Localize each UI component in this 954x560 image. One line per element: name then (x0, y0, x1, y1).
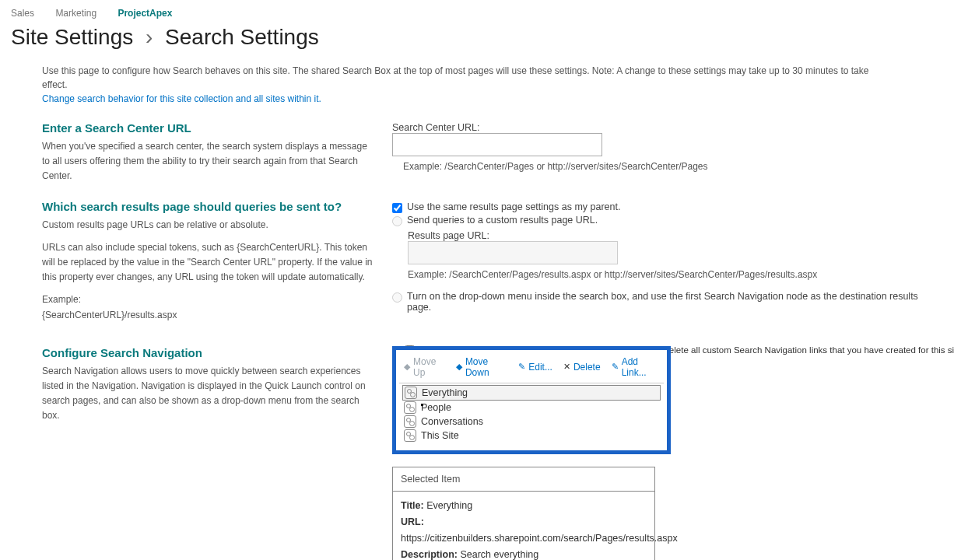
link-icon (404, 429, 416, 442)
custom-results-radio[interactable] (392, 216, 402, 226)
breadcrumb-item[interactable]: Marketing (55, 8, 96, 19)
selected-url-value: https://citizenbuilders.sharepoint.com/s… (401, 533, 678, 544)
use-parent-results-checkbox[interactable] (392, 203, 402, 213)
page-title: Site Settings › Search Settings (11, 25, 943, 50)
link-icon (404, 415, 416, 428)
use-parent-results-label: Use the same results page settings as my… (407, 201, 620, 212)
nav-item-label: Conversations (421, 416, 483, 427)
nav-toolbar: ◆Move Up ◆Move Down ✎Edit... ✕Delete ✎Ad… (399, 353, 664, 381)
nav-item-label: This Site (421, 430, 459, 441)
change-behavior-link[interactable]: Change search behavior for this site col… (42, 93, 321, 104)
breadcrumb-item[interactable]: Sales (11, 8, 34, 19)
move-up-button[interactable]: ◆Move Up (404, 356, 445, 378)
nav-item-label: Everything (422, 387, 468, 398)
nav-item-conversations[interactable]: Conversations (402, 415, 661, 429)
title-separator-icon: › (146, 25, 153, 49)
breadcrumb: Sales Marketing ProjectApex (11, 8, 943, 22)
edit-button[interactable]: ✎Edit... (518, 362, 552, 373)
nav-item-people[interactable]: People (402, 401, 661, 415)
section-desc-search-center: When you've specified a search center, t… (42, 139, 377, 184)
results-desc-1: Custom results page URLs can be relative… (42, 218, 377, 233)
custom-results-label: Send queries to a custom results page UR… (407, 215, 598, 226)
results-page-url-input[interactable] (408, 241, 618, 264)
search-center-url-example: Example: /SearchCenter/Pages or http://s… (403, 161, 943, 172)
selected-desc-value: Search everything (460, 549, 538, 560)
search-center-url-label: Search Center URL: (392, 122, 480, 133)
section-heading-results-page: Which search results page should queries… (42, 200, 377, 213)
section-heading-search-center: Enter a Search Center URL (42, 121, 377, 135)
add-link-icon: ✎ (612, 362, 619, 372)
page-title-part2: Search Settings (165, 25, 319, 49)
delete-button[interactable]: ✕Delete (563, 362, 601, 373)
results-desc-2: URLs can also include special tokens, su… (42, 240, 377, 285)
intro-text-body: Use this page to configure how Search be… (42, 65, 868, 90)
breadcrumb-item-active[interactable]: ProjectApex (117, 8, 172, 19)
nav-editor-highlight: ◆Move Up ◆Move Down ✎Edit... ✕Delete ✎Ad… (392, 346, 671, 454)
link-icon (404, 401, 416, 414)
selected-item-panel: Selected Item Title: Everything URL:http… (392, 467, 655, 560)
dropdown-results-label: Turn on the drop-down menu inside the se… (407, 291, 943, 313)
intro-text: Use this page to configure how Search be… (42, 64, 882, 106)
selected-url-label: URL: (401, 516, 424, 527)
selected-title-value: Everything (426, 500, 472, 511)
section-heading-nav: Configure Search Navigation (42, 346, 377, 359)
results-page-url-example: Example: /SearchCenter/Pages/results.asp… (408, 269, 943, 280)
search-center-url-input[interactable] (392, 133, 602, 156)
selected-title-label: Title: (401, 500, 424, 511)
results-page-url-label: Results page URL: (408, 230, 489, 241)
dropdown-results-radio[interactable] (392, 292, 402, 303)
nav-item-everything[interactable]: Everything (402, 385, 661, 401)
nav-item-this-site[interactable]: This Site (402, 429, 661, 443)
nav-item-label: People (421, 402, 451, 413)
results-desc-3b: {SearchCenterURL}/results.aspx (42, 310, 177, 320)
section-desc-nav: Search Navigation allows users to move q… (42, 364, 377, 424)
arrow-up-icon: ◆ (404, 362, 410, 372)
link-icon (405, 387, 417, 399)
results-desc-3a: Example: (42, 294, 81, 305)
page-title-part1: Site Settings (11, 25, 133, 49)
edit-icon: ✎ (518, 362, 525, 372)
nav-list: Everything People Conversations This Sit… (399, 383, 664, 447)
selected-desc-label: Description: (401, 549, 458, 560)
arrow-down-icon: ◆ (456, 362, 462, 372)
selected-item-header: Selected Item (392, 467, 655, 492)
move-down-button[interactable]: ◆Move Down (456, 356, 507, 378)
add-link-button[interactable]: ✎Add Link... (612, 356, 659, 378)
delete-icon: ✕ (563, 362, 570, 372)
